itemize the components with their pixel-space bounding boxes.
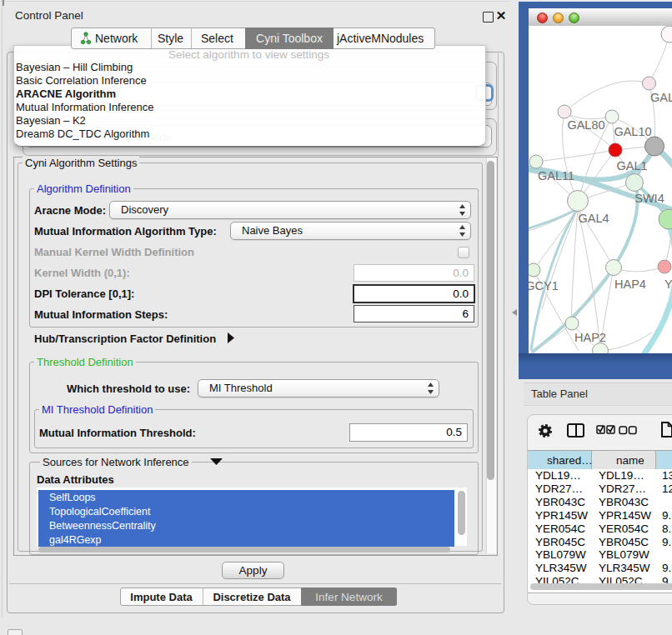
- svg-text:GAL80: GAL80: [567, 118, 604, 132]
- svg-text:GAL1: GAL1: [616, 159, 647, 172]
- svg-text:GCY1: GCY1: [529, 279, 559, 292]
- svg-text:GAL7: GAL7: [650, 91, 672, 104]
- svg-text:HAP2: HAP2: [574, 331, 606, 344]
- svg-text:GAL4: GAL4: [578, 212, 609, 225]
- svg-text:HAP4: HAP4: [614, 278, 646, 291]
- svg-text:Y: Y: [664, 278, 672, 291]
- svg-text:SWI4: SWI4: [634, 192, 664, 205]
- svg-text:GAL10: GAL10: [614, 125, 651, 138]
- svg-text:GAL11: GAL11: [538, 169, 574, 182]
